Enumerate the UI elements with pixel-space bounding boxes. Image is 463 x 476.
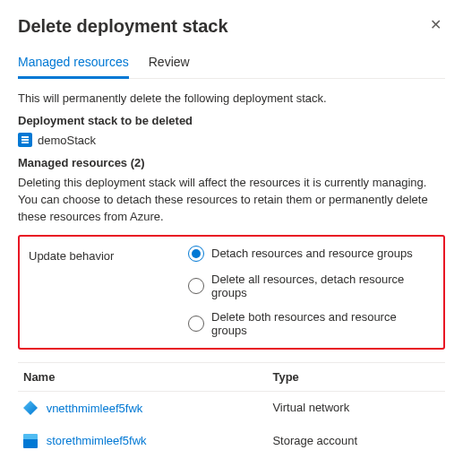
radio-icon — [188, 278, 204, 294]
storage-icon — [23, 434, 38, 448]
table-row: storethmimleef5fwk Storage account — [18, 424, 445, 457]
radio-label: Delete all resources, detach resource gr… — [211, 273, 434, 299]
col-name: Name — [18, 362, 267, 391]
vnet-icon — [23, 401, 38, 415]
managed-resources-description: Deleting this deployment stack will affe… — [18, 175, 445, 226]
radio-icon — [188, 316, 204, 332]
stack-icon — [18, 133, 32, 147]
tab-review[interactable]: Review — [149, 49, 190, 79]
managed-resources-label: Managed resources (2) — [18, 156, 445, 169]
svg-rect-1 — [21, 136, 29, 138]
update-behavior-box: Update behavior Detach resources and res… — [18, 235, 445, 350]
page-title: Delete deployment stack — [18, 16, 228, 37]
radio-label: Detach resources and resource groups — [211, 247, 413, 260]
resource-type: Storage account — [267, 424, 445, 457]
stack-section-label: Deployment stack to be deleted — [18, 114, 445, 127]
tab-managed-resources[interactable]: Managed resources — [18, 49, 129, 79]
radio-delete-resources[interactable]: Delete all resources, detach resource gr… — [188, 273, 434, 299]
radio-detach[interactable]: Detach resources and resource groups — [188, 246, 434, 262]
resource-link[interactable]: storethmimleef5fwk — [47, 434, 147, 447]
svg-rect-0 — [21, 139, 29, 141]
resource-type: Virtual network — [267, 391, 445, 424]
tabs: Managed resources Review — [18, 49, 445, 79]
close-icon[interactable]: ✕ — [426, 16, 445, 34]
stack-name: demoStack — [38, 134, 96, 147]
col-type: Type — [267, 362, 445, 391]
update-behavior-label: Update behavior — [29, 246, 181, 337]
resources-table: Name Type vnetthmimleef5fwk Virtual netw… — [18, 362, 445, 457]
radio-label: Delete both resources and resource group… — [211, 310, 434, 337]
radio-delete-both[interactable]: Delete both resources and resource group… — [188, 310, 434, 337]
update-behavior-radio-group: Detach resources and resource groups Del… — [188, 246, 434, 337]
table-row: vnetthmimleef5fwk Virtual network — [18, 391, 445, 424]
svg-rect-2 — [21, 142, 29, 143]
radio-icon — [188, 246, 204, 262]
stack-row: demoStack — [18, 133, 445, 147]
resource-link[interactable]: vnetthmimleef5fwk — [47, 402, 143, 415]
panel-header: Delete deployment stack ✕ — [18, 16, 445, 37]
intro-text: This will permanently delete the followi… — [18, 91, 445, 105]
